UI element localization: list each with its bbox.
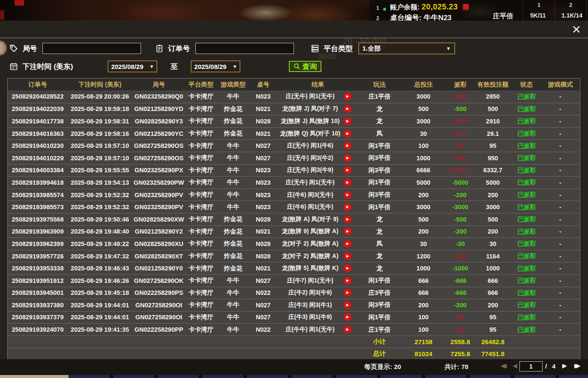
cell-table: N028 <box>250 118 276 125</box>
cell-bet_type: 龙 <box>359 252 400 260</box>
round-input[interactable] <box>42 43 141 54</box>
cell-mode: - <box>541 216 580 223</box>
cell-bet: 1000 <box>400 265 447 272</box>
result-text: 龙(散牌 9) 凤(散牌 A) <box>276 228 344 235</box>
cell-game: 炸金花 <box>216 129 250 138</box>
result-text: 龙(散牌 A) 凤(对子 9) <box>276 216 344 223</box>
cell-platform: 卡卡湾厅 <box>186 166 216 174</box>
table-row: 2508291939450012025-08-29 19:45:18GN0222… <box>8 287 580 299</box>
last-page-button[interactable]: ▶▶ <box>574 362 576 369</box>
cell-order: 250829194010230 <box>8 142 68 149</box>
cell-valid: 30 <box>474 240 512 247</box>
cell-bet_type: 闲3平倍 <box>359 301 400 309</box>
cell-platform: 卡卡湾厅 <box>186 313 216 321</box>
replay-video-icon[interactable]: ▶ <box>344 326 351 333</box>
replay-video-icon[interactable]: ▶ <box>344 228 351 235</box>
close-icon[interactable]: ✕ <box>570 23 583 36</box>
date-to-select[interactable]: 2025/08/29 ▼ <box>191 60 240 72</box>
cell-platform: 卡卡湾厅 <box>186 289 216 297</box>
cell-order: 250829193994618 <box>8 179 68 186</box>
cell-round: GN022258290PS <box>132 289 186 296</box>
cell-round: GN027258290OI <box>132 314 186 321</box>
cell-table: N027 <box>250 155 276 162</box>
order-input[interactable] <box>195 43 294 54</box>
subtotal-label: 小计 <box>359 338 400 346</box>
next-page-button[interactable]: ▶ <box>562 362 567 369</box>
road-row-number-1: 1 <box>376 5 379 11</box>
cell-status: 已派彩 <box>512 276 541 285</box>
platform-select[interactable]: 1.全部 ▼ <box>358 42 455 54</box>
replay-video-icon[interactable]: ▶ <box>344 154 351 162</box>
replay-video-icon[interactable]: ▶ <box>344 179 351 186</box>
cell-result: 庄(牛牛) 闲1(无牛)▶ <box>276 326 359 333</box>
replay-video-icon[interactable]: ▶ <box>344 264 351 272</box>
replay-video-icon[interactable]: ▶ <box>344 105 351 113</box>
cell-valid: 95 <box>474 142 512 149</box>
first-page-button[interactable]: ◀◀ <box>501 362 502 369</box>
subtotal-row: 小计 27158 2558.8 26482.8 <box>8 336 580 348</box>
grandtotal-label: 总计 <box>359 350 400 358</box>
replay-video-icon[interactable]: ▶ <box>344 216 351 223</box>
cell-game: 牛牛 <box>216 203 250 211</box>
cell-platform: 卡卡湾厅 <box>186 117 216 125</box>
cell-time: 2025-08-29 19:57:10 <box>68 142 132 149</box>
cell-result: 龙(散牌 5) 凤(散牌 K)▶ <box>276 264 359 272</box>
replay-video-icon[interactable]: ▶ <box>344 203 351 211</box>
replay-video-icon[interactable]: ▶ <box>344 313 351 321</box>
cell-mode: - <box>541 228 580 235</box>
replay-video-icon[interactable]: ▶ <box>344 191 351 199</box>
cell-payout: -5000 <box>447 179 474 186</box>
platform-select-value: 1.全部 <box>363 45 381 53</box>
cell-bet_type: 闲1平倍 <box>359 142 400 150</box>
cell-platform: 卡卡湾厅 <box>186 178 216 186</box>
replay-video-icon[interactable]: ▶ <box>344 142 351 150</box>
cell-bet: 6666 <box>400 167 447 174</box>
cell-order: 250829193924070 <box>8 326 68 333</box>
replay-video-icon[interactable]: ▶ <box>344 130 351 138</box>
replay-video-icon[interactable]: ▶ <box>344 240 351 248</box>
page-input[interactable] <box>519 361 543 372</box>
cell-result: 庄(牛3) 闲1(牛9)▶ <box>276 313 359 321</box>
game-info-panel: 1 2 账户余额: 20,025.23 桌台编号: 牛牛N23 庄平倍 1 2 … <box>369 0 588 21</box>
divider <box>523 0 523 21</box>
column-header-2: 局号 <box>132 81 186 89</box>
replay-video-icon[interactable]: ▶ <box>344 117 351 125</box>
date-from-value: 2025/08/29 <box>111 63 143 70</box>
cell-bet: 1200 <box>400 253 447 260</box>
replay-video-icon[interactable]: ▶ <box>344 93 351 100</box>
cell-time: 2025-08-29 19:48:40 <box>68 228 132 235</box>
cell-bet: 666 <box>400 289 447 296</box>
cell-platform: 卡卡湾厅 <box>186 240 216 248</box>
cell-bet_type: 闲1平倍 <box>359 178 400 186</box>
cell-result: 庄(无牛) 闲1(牛6)▶ <box>276 142 359 150</box>
cell-round: GN027258290OK <box>132 277 186 284</box>
date-from-select[interactable]: 2025/08/29 ▼ <box>108 60 157 72</box>
replay-video-icon[interactable]: ▶ <box>344 252 351 260</box>
replay-video-icon[interactable]: ▶ <box>344 289 351 297</box>
cell-status: 已派彩 <box>512 301 541 309</box>
cell-game: 炸金花 <box>216 117 250 125</box>
cell-payout: 950 <box>447 155 474 162</box>
cell-order: 250829194003384 <box>8 167 68 174</box>
cell-table: N023 <box>250 204 276 210</box>
cell-payout: -30 <box>447 240 474 247</box>
result-text: 龙(散牌 J) 凤(散牌 10) <box>276 117 344 125</box>
replay-video-icon[interactable]: ▶ <box>344 166 351 174</box>
cell-mode: - <box>541 167 580 174</box>
modal-topbar: ✕ <box>0 21 588 38</box>
search-icon <box>294 63 300 70</box>
cell-status: 已派彩 <box>512 191 541 199</box>
replay-video-icon[interactable]: ▶ <box>344 301 351 309</box>
cell-valid: 3000 <box>474 204 512 210</box>
cell-valid: 6332.7 <box>474 167 512 174</box>
cell-round: GN027258290OS <box>132 155 186 162</box>
video-red-fragment <box>15 0 24 6</box>
cell-bet_type: 闲1平倍 <box>359 276 400 285</box>
cell-round: GN021258290YC <box>132 130 186 137</box>
cell-bet: 500 <box>400 216 447 223</box>
replay-video-icon[interactable]: ▶ <box>344 277 351 285</box>
result-text: 庄(牛7) 闲1(无牛) <box>276 277 344 285</box>
cell-table: N021 <box>250 228 276 235</box>
search-button[interactable]: 查询 <box>289 61 321 72</box>
prev-page-button[interactable]: ◀ <box>513 362 517 369</box>
